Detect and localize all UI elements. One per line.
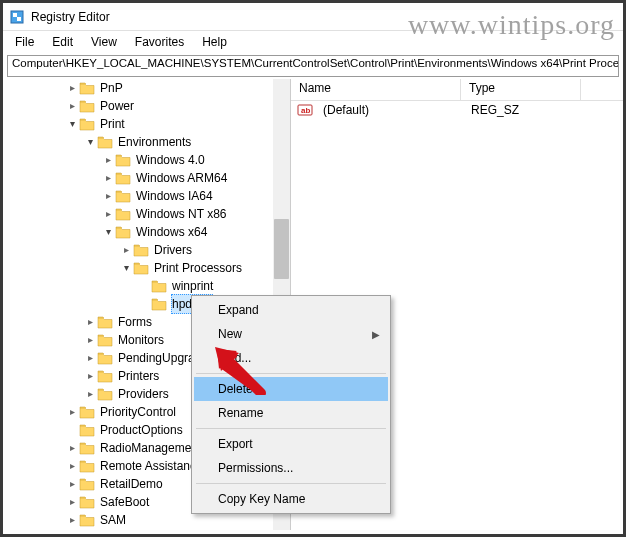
- ctx-export[interactable]: Export: [194, 432, 388, 456]
- tree-item-winx64[interactable]: ▾Windows x64: [3, 223, 290, 241]
- col-name[interactable]: Name: [291, 79, 461, 100]
- folder-icon: [79, 81, 95, 95]
- value-name: (Default): [317, 101, 465, 119]
- ctx-find[interactable]: Find...: [194, 346, 388, 370]
- chevron-down-icon[interactable]: ▾: [83, 133, 97, 151]
- menu-favorites[interactable]: Favorites: [127, 33, 192, 51]
- folder-icon: [79, 459, 95, 473]
- tree-item-win40[interactable]: ▸Windows 4.0: [3, 151, 290, 169]
- tree-item-print[interactable]: ▾Print: [3, 115, 290, 133]
- tree-label: Drivers: [153, 241, 193, 259]
- chevron-right-icon[interactable]: ▸: [83, 313, 97, 331]
- folder-icon: [79, 423, 95, 437]
- chevron-right-icon[interactable]: ▸: [65, 97, 79, 115]
- chevron-down-icon[interactable]: ▾: [65, 115, 79, 133]
- tree-label: Windows ARM64: [135, 169, 228, 187]
- chevron-right-icon[interactable]: ▸: [65, 457, 79, 475]
- title-bar: Registry Editor: [3, 3, 623, 31]
- chevron-right-icon[interactable]: ▸: [65, 79, 79, 97]
- menu-help[interactable]: Help: [194, 33, 235, 51]
- ctx-copykey[interactable]: Copy Key Name: [194, 487, 388, 511]
- menu-view[interactable]: View: [83, 33, 125, 51]
- tree-item-drivers[interactable]: ▸Drivers: [3, 241, 290, 259]
- tree-item-winarm64[interactable]: ▸Windows ARM64: [3, 169, 290, 187]
- folder-icon: [115, 171, 131, 185]
- menu-file[interactable]: File: [7, 33, 42, 51]
- value-type: REG_SZ: [465, 101, 525, 119]
- ctx-permissions[interactable]: Permissions...: [194, 456, 388, 480]
- tree-label: winprint: [171, 277, 214, 295]
- chevron-right-icon[interactable]: ▸: [65, 511, 79, 529]
- chevron-right-icon[interactable]: ▸: [101, 205, 115, 223]
- tree-label: RetailDemo: [99, 475, 164, 493]
- chevron-right-icon[interactable]: ▸: [83, 349, 97, 367]
- ctx-rename[interactable]: Rename: [194, 401, 388, 425]
- tree-label: Print: [99, 115, 126, 133]
- folder-icon: [115, 189, 131, 203]
- ctx-delete[interactable]: Delete: [194, 377, 388, 401]
- submenu-arrow-icon: ▶: [372, 329, 380, 340]
- chevron-right-icon[interactable]: ▸: [83, 331, 97, 349]
- chevron-right-icon[interactable]: ▸: [101, 187, 115, 205]
- folder-icon: [151, 297, 167, 311]
- tree-label: Environments: [117, 133, 192, 151]
- folder-icon: [97, 369, 113, 383]
- chevron-right-icon[interactable]: ▸: [119, 241, 133, 259]
- address-bar[interactable]: Computer\HKEY_LOCAL_MACHINE\SYSTEM\Curre…: [7, 55, 619, 77]
- menu-edit[interactable]: Edit: [44, 33, 81, 51]
- chevron-down-icon[interactable]: ▾: [101, 223, 115, 241]
- window-title: Registry Editor: [31, 10, 110, 24]
- menu-bar[interactable]: File Edit View Favorites Help: [3, 31, 623, 53]
- ctx-new[interactable]: New▶: [194, 322, 388, 346]
- ctx-expand[interactable]: Expand: [194, 298, 388, 322]
- tree-label: RadioManagement: [99, 439, 202, 457]
- tree-label: Print Processors: [153, 259, 243, 277]
- tree-label: PnP: [99, 79, 124, 97]
- tree-label: ScEvents: [99, 529, 152, 530]
- tree-item-winia64[interactable]: ▸Windows IA64: [3, 187, 290, 205]
- tree-label: Power: [99, 97, 135, 115]
- col-type[interactable]: Type: [461, 79, 581, 100]
- tree-item-winnt86[interactable]: ▸Windows NT x86: [3, 205, 290, 223]
- folder-icon: [97, 351, 113, 365]
- tree-item-winprint[interactable]: winprint: [3, 277, 290, 295]
- chevron-down-icon[interactable]: ▾: [119, 259, 133, 277]
- folder-icon: [97, 333, 113, 347]
- chevron-right-icon[interactable]: ▸: [101, 169, 115, 187]
- folder-icon: [133, 261, 149, 275]
- tree-label: SafeBoot: [99, 493, 150, 511]
- tree-item-printproc[interactable]: ▾Print Processors: [3, 259, 290, 277]
- folder-icon: [79, 405, 95, 419]
- folder-icon: [79, 513, 95, 527]
- chevron-right-icon[interactable]: ▸: [65, 403, 79, 421]
- tree-label: Monitors: [117, 331, 165, 349]
- tree-label: PriorityControl: [99, 403, 177, 421]
- tree-label: Remote Assistance: [99, 457, 204, 475]
- chevron-right-icon[interactable]: ▸: [65, 475, 79, 493]
- chevron-right-icon[interactable]: ▸: [65, 493, 79, 511]
- tree-label: Forms: [117, 313, 153, 331]
- folder-icon: [79, 99, 95, 113]
- folder-icon: [97, 315, 113, 329]
- value-row[interactable]: (Default) REG_SZ: [291, 101, 623, 119]
- folder-icon: [115, 207, 131, 221]
- tree-label: Windows 4.0: [135, 151, 206, 169]
- tree-item-environments[interactable]: ▾Environments: [3, 133, 290, 151]
- chevron-right-icon[interactable]: ▸: [65, 529, 79, 530]
- context-menu[interactable]: Expand New▶ Find... Delete Rename Export…: [191, 295, 391, 514]
- tree-label: PendingUpgrad: [117, 349, 202, 367]
- chevron-right-icon[interactable]: ▸: [101, 151, 115, 169]
- scrollbar-thumb[interactable]: [274, 219, 289, 279]
- tree-item-power[interactable]: ▸Power: [3, 97, 290, 115]
- tree-label: SAM: [99, 511, 127, 529]
- tree-item-scevents[interactable]: ▸ScEvents: [3, 529, 290, 530]
- chevron-right-icon[interactable]: ▸: [65, 439, 79, 457]
- chevron-right-icon[interactable]: ▸: [83, 367, 97, 385]
- chevron-right-icon[interactable]: ▸: [83, 385, 97, 403]
- separator: [196, 428, 386, 429]
- tree-item-pnp[interactable]: ▸PnP: [3, 79, 290, 97]
- separator: [196, 373, 386, 374]
- folder-icon: [79, 477, 95, 491]
- list-header[interactable]: Name Type: [291, 79, 623, 101]
- address-text: Computer\HKEY_LOCAL_MACHINE\SYSTEM\Curre…: [12, 57, 619, 69]
